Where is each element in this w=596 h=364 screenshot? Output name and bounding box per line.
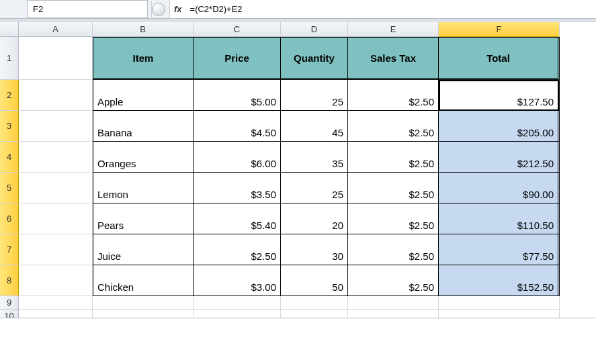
cell-B3[interactable]: Banana <box>93 111 194 142</box>
cell-D3[interactable]: 45 <box>281 111 348 142</box>
cell-C1[interactable]: Price <box>194 37 281 80</box>
row-header-5[interactable]: 5 <box>0 173 19 203</box>
cell-D7[interactable]: 30 <box>281 234 348 265</box>
grid-body: 1 Item Price Quantity Sales Tax Total 2 … <box>0 37 579 318</box>
cell-B9[interactable] <box>93 296 194 310</box>
cell-C4[interactable]: $6.00 <box>194 142 281 173</box>
row-header-9[interactable]: 9 <box>0 296 19 310</box>
row-header-1[interactable]: 1 <box>0 37 19 80</box>
cell-A1[interactable] <box>19 37 93 80</box>
cell-E2[interactable]: $2.50 <box>348 80 439 111</box>
cell-F10[interactable] <box>439 310 560 318</box>
cell-C10[interactable] <box>194 310 281 318</box>
cell-F8[interactable]: $152.50 <box>439 265 560 296</box>
cell-A4[interactable] <box>19 142 93 173</box>
cell-C3[interactable]: $4.50 <box>194 111 281 142</box>
cell-A9[interactable] <box>19 296 93 310</box>
cell-B2[interactable]: Apple <box>93 80 194 111</box>
column-header-A[interactable]: A <box>19 22 93 37</box>
cell-E1[interactable]: Sales Tax <box>348 37 439 80</box>
cell-B8[interactable]: Chicken <box>93 265 194 296</box>
row-header-3[interactable]: 3 <box>0 111 19 142</box>
formula-input[interactable] <box>186 0 596 18</box>
cell-F9[interactable] <box>439 296 560 310</box>
cell-A2[interactable] <box>19 80 93 111</box>
cell-A6[interactable] <box>19 203 93 234</box>
cell-C6[interactable]: $5.40 <box>194 203 281 234</box>
cell-E9[interactable] <box>348 296 439 310</box>
table-row: 9 <box>0 296 579 310</box>
cell-A7[interactable] <box>19 234 93 265</box>
table-row: 1 Item Price Quantity Sales Tax Total <box>0 37 579 80</box>
cell-B7[interactable]: Juice <box>93 234 194 265</box>
cell-A8[interactable] <box>19 265 93 296</box>
formula-buttons <box>148 3 169 16</box>
fx-icon: fx <box>174 4 182 14</box>
row-header-6[interactable]: 6 <box>0 203 19 234</box>
cell-D10[interactable] <box>281 310 348 318</box>
table-row: 3 Banana $4.50 45 $2.50 $205.00 <box>0 111 579 142</box>
cell-F5[interactable]: $90.00 <box>439 173 560 203</box>
cancel-formula-icon[interactable] <box>152 3 165 16</box>
cell-C5[interactable]: $3.50 <box>194 173 281 203</box>
cell-D8[interactable]: 50 <box>281 265 348 296</box>
column-header-B[interactable]: B <box>93 22 194 37</box>
table-row: 10 <box>0 310 579 318</box>
spreadsheet: A B C D E F 1 Item Price Quantity Sales … <box>0 19 596 318</box>
cell-D4[interactable]: 35 <box>281 142 348 173</box>
cell-F6[interactable]: $110.50 <box>439 203 560 234</box>
cell-B6[interactable]: Pears <box>93 203 194 234</box>
select-all-corner[interactable] <box>0 22 19 37</box>
cell-B4[interactable]: Oranges <box>93 142 194 173</box>
row-header-7[interactable]: 7 <box>0 234 19 265</box>
cell-F1[interactable]: Total <box>439 37 560 80</box>
cell-D9[interactable] <box>281 296 348 310</box>
row-header-10[interactable]: 10 <box>0 310 19 318</box>
cell-C9[interactable] <box>194 296 281 310</box>
cell-A3[interactable] <box>19 111 93 142</box>
cell-F2[interactable]: $127.50 <box>439 80 560 111</box>
column-header-row: A B C D E F <box>0 22 579 37</box>
cell-B1[interactable]: Item <box>93 37 194 80</box>
table-row: 6 Pears $5.40 20 $2.50 $110.50 <box>0 203 579 234</box>
cell-D2[interactable]: 25 <box>281 80 348 111</box>
table-row: 7 Juice $2.50 30 $2.50 $77.50 <box>0 234 579 265</box>
cell-B10[interactable] <box>93 310 194 318</box>
column-header-E[interactable]: E <box>348 22 439 37</box>
name-box[interactable]: ▾ <box>27 0 148 18</box>
cell-E5[interactable]: $2.50 <box>348 173 439 203</box>
cell-F4[interactable]: $212.50 <box>439 142 560 173</box>
name-box-input[interactable] <box>28 4 151 14</box>
cell-D6[interactable]: 20 <box>281 203 348 234</box>
table-row: 8 Chicken $3.00 50 $2.50 $152.50 <box>0 265 579 296</box>
cell-C7[interactable]: $2.50 <box>194 234 281 265</box>
table-row: 2 Apple $5.00 25 $2.50 $127.50 <box>0 80 579 111</box>
cell-E10[interactable] <box>348 310 439 318</box>
cell-E8[interactable]: $2.50 <box>348 265 439 296</box>
table-row: 5 Lemon $3.50 25 $2.50 $90.00 <box>0 173 579 203</box>
fx-button[interactable]: fx <box>169 0 186 18</box>
formula-bar: ▾ fx <box>0 0 596 19</box>
cell-A5[interactable] <box>19 173 93 203</box>
row-header-4[interactable]: 4 <box>0 142 19 173</box>
cell-D5[interactable]: 25 <box>281 173 348 203</box>
column-header-D[interactable]: D <box>281 22 348 37</box>
cell-E4[interactable]: $2.50 <box>348 142 439 173</box>
row-header-2[interactable]: 2 <box>0 80 19 111</box>
cell-F3[interactable]: $205.00 <box>439 111 560 142</box>
cell-E6[interactable]: $2.50 <box>348 203 439 234</box>
cell-E3[interactable]: $2.50 <box>348 111 439 142</box>
cell-D1[interactable]: Quantity <box>281 37 348 80</box>
cell-F7[interactable]: $77.50 <box>439 234 560 265</box>
column-header-C[interactable]: C <box>194 22 281 37</box>
table-row: 4 Oranges $6.00 35 $2.50 $212.50 <box>0 142 579 173</box>
cell-C2[interactable]: $5.00 <box>194 80 281 111</box>
row-header-8[interactable]: 8 <box>0 265 19 296</box>
cell-E7[interactable]: $2.50 <box>348 234 439 265</box>
cell-A10[interactable] <box>19 310 93 318</box>
column-header-F[interactable]: F <box>439 22 560 37</box>
cell-B5[interactable]: Lemon <box>93 173 194 203</box>
cell-C8[interactable]: $3.00 <box>194 265 281 296</box>
